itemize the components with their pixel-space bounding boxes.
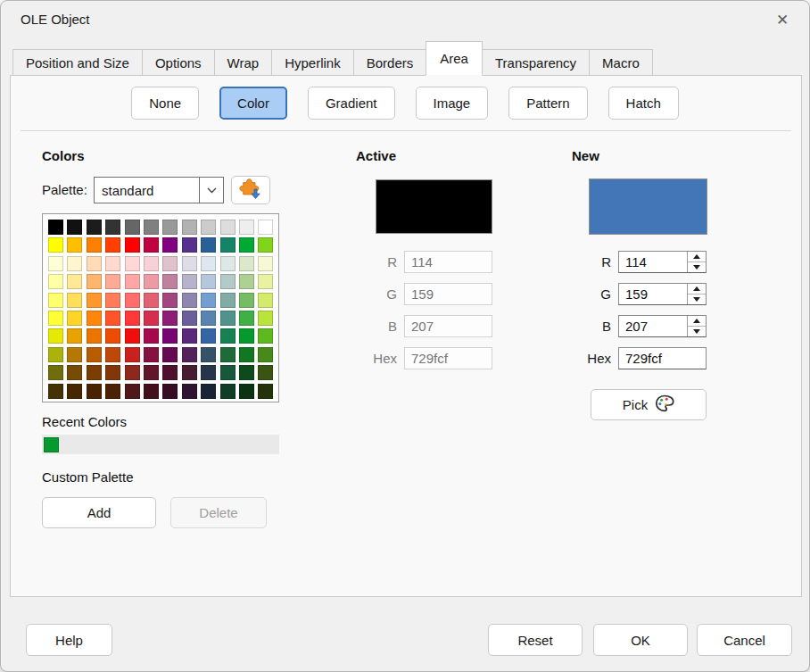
color-swatch[interactable]: [239, 347, 254, 362]
color-swatch[interactable]: [220, 256, 236, 271]
color-swatch[interactable]: [201, 274, 216, 289]
color-swatch[interactable]: [105, 311, 120, 326]
add-palette-extension-button[interactable]: [231, 176, 270, 204]
color-swatch[interactable]: [201, 220, 216, 235]
tab-macro[interactable]: Macro: [589, 49, 653, 76]
color-swatch[interactable]: [220, 293, 236, 308]
color-swatch[interactable]: [144, 220, 159, 235]
color-swatch[interactable]: [162, 237, 178, 253]
color-swatch[interactable]: [201, 384, 216, 399]
fill-image-button[interactable]: Image: [416, 87, 489, 120]
color-swatch[interactable]: [125, 347, 140, 362]
color-swatch[interactable]: [258, 256, 273, 271]
color-swatch[interactable]: [48, 365, 63, 380]
color-swatch[interactable]: [258, 328, 273, 344]
color-swatch[interactable]: [87, 220, 102, 235]
spin-down-icon[interactable]: [688, 295, 706, 304]
color-swatch[interactable]: [239, 274, 254, 289]
color-swatch[interactable]: [220, 311, 236, 326]
color-swatch[interactable]: [48, 384, 63, 399]
color-swatch[interactable]: [162, 311, 178, 326]
chevron-down-icon[interactable]: [199, 178, 223, 203]
color-swatch[interactable]: [201, 365, 216, 380]
fill-gradient-button[interactable]: Gradient: [308, 87, 395, 120]
color-swatch[interactable]: [67, 237, 82, 253]
color-swatch[interactable]: [162, 220, 178, 235]
color-swatch[interactable]: [48, 274, 63, 289]
color-swatch[interactable]: [201, 328, 216, 344]
color-swatch[interactable]: [105, 237, 120, 253]
color-swatch[interactable]: [258, 237, 273, 253]
spin-down-icon[interactable]: [688, 262, 706, 272]
color-swatch[interactable]: [182, 347, 197, 362]
color-swatch[interactable]: [87, 311, 102, 326]
color-swatch[interactable]: [220, 384, 236, 399]
spin-up-icon[interactable]: [688, 316, 706, 327]
color-swatch[interactable]: [162, 328, 178, 344]
color-swatch[interactable]: [239, 237, 254, 253]
color-swatch[interactable]: [48, 256, 63, 271]
color-swatch[interactable]: [182, 311, 197, 326]
color-swatch[interactable]: [201, 293, 216, 308]
color-swatch[interactable]: [144, 237, 159, 253]
color-swatch[interactable]: [67, 311, 82, 326]
color-swatch[interactable]: [182, 328, 197, 344]
color-swatch[interactable]: [144, 256, 159, 271]
color-swatch[interactable]: [182, 384, 197, 399]
color-swatch[interactable]: [258, 274, 273, 289]
color-swatch[interactable]: [87, 256, 102, 271]
color-swatch[interactable]: [258, 293, 273, 308]
color-swatch[interactable]: [67, 347, 82, 362]
color-swatch[interactable]: [67, 220, 82, 235]
color-swatch[interactable]: [125, 237, 140, 253]
color-swatch[interactable]: [125, 384, 140, 399]
fill-none-button[interactable]: None: [131, 87, 199, 120]
color-swatch[interactable]: [182, 256, 197, 271]
color-swatch[interactable]: [87, 384, 102, 399]
color-swatch[interactable]: [48, 220, 63, 235]
color-swatch[interactable]: [201, 347, 216, 362]
color-swatch[interactable]: [87, 293, 102, 308]
color-swatch[interactable]: [105, 365, 120, 380]
color-swatch[interactable]: [105, 220, 120, 235]
color-swatch[interactable]: [144, 365, 159, 380]
color-swatch[interactable]: [87, 274, 102, 289]
color-swatch[interactable]: [87, 365, 102, 380]
color-swatch[interactable]: [220, 237, 236, 253]
color-swatch[interactable]: [125, 274, 140, 289]
color-swatch[interactable]: [105, 384, 120, 399]
color-swatch[interactable]: [67, 328, 82, 344]
color-swatch[interactable]: [258, 365, 273, 380]
color-swatch[interactable]: [48, 311, 63, 326]
color-swatch[interactable]: [239, 256, 254, 271]
color-swatch[interactable]: [125, 328, 140, 344]
color-swatch[interactable]: [125, 293, 140, 308]
add-color-button[interactable]: Add: [42, 497, 156, 528]
color-swatch[interactable]: [182, 293, 197, 308]
color-swatch[interactable]: [201, 311, 216, 326]
color-swatch[interactable]: [182, 220, 197, 235]
color-swatch[interactable]: [239, 365, 254, 380]
tab-transparency[interactable]: Transparency: [482, 49, 590, 76]
color-swatch[interactable]: [48, 293, 63, 308]
color-swatch[interactable]: [239, 311, 254, 326]
color-swatch[interactable]: [162, 256, 178, 271]
color-swatch[interactable]: [220, 365, 236, 380]
color-swatch[interactable]: [105, 347, 120, 362]
color-swatch[interactable]: [239, 293, 254, 308]
tab-options[interactable]: Options: [142, 49, 215, 76]
color-swatch[interactable]: [67, 293, 82, 308]
color-swatch[interactable]: [67, 256, 82, 271]
color-swatch[interactable]: [182, 237, 197, 253]
color-swatch[interactable]: [144, 293, 159, 308]
fill-color-button[interactable]: Color: [219, 87, 287, 120]
color-swatch[interactable]: [105, 328, 120, 344]
color-swatch[interactable]: [162, 293, 178, 308]
color-swatch[interactable]: [144, 328, 159, 344]
color-swatch[interactable]: [48, 237, 63, 253]
spin-up-icon[interactable]: [688, 252, 706, 262]
color-swatch[interactable]: [125, 311, 140, 326]
color-swatch[interactable]: [125, 365, 140, 380]
color-swatch[interactable]: [258, 220, 273, 235]
color-swatch[interactable]: [87, 347, 102, 362]
